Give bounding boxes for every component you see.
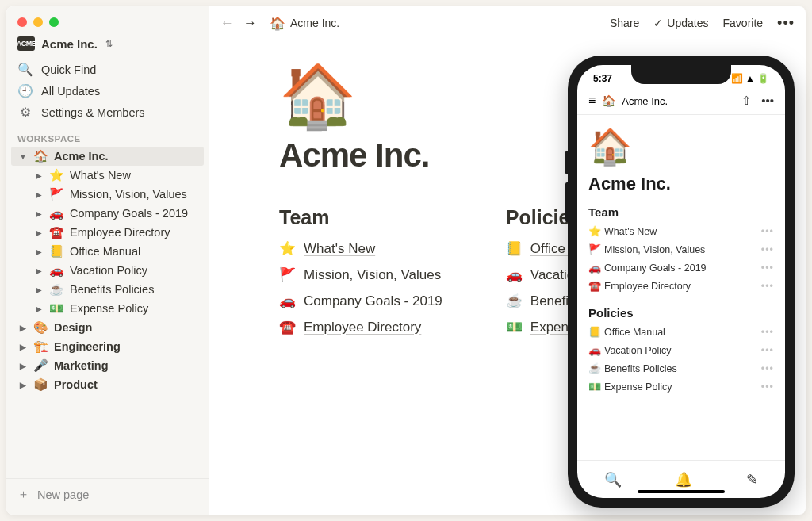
row-more-icon[interactable]: •••: [761, 244, 774, 255]
sidebar-subpage[interactable]: ▶📒Office Manual: [6, 242, 209, 261]
sidebar-page[interactable]: ▶🏗️Engineering: [6, 337, 209, 356]
plus-icon: ＋: [17, 487, 29, 502]
row-more-icon[interactable]: •••: [761, 363, 774, 374]
page-emoji-icon: 🚗: [49, 263, 65, 278]
sidebar-page[interactable]: ▶📦Product: [6, 375, 209, 394]
page-link[interactable]: 🚗Company Goals - 2019: [279, 293, 442, 309]
caret-right-icon[interactable]: ▶: [17, 362, 29, 370]
caret-right-icon[interactable]: ▶: [33, 228, 44, 237]
favorite-button[interactable]: Favorite: [723, 17, 764, 29]
more-menu-button[interactable]: •••: [777, 15, 795, 32]
caret-right-icon[interactable]: ▶: [33, 171, 44, 180]
caret-right-icon[interactable]: ▶: [17, 343, 29, 351]
more-icon[interactable]: •••: [761, 94, 774, 108]
back-button[interactable]: ←: [220, 15, 234, 31]
updates-label: Updates: [667, 17, 708, 29]
menu-icon[interactable]: ≡: [588, 94, 596, 108]
sidebar-subpage[interactable]: ▶🚗Company Goals - 2019: [6, 204, 209, 223]
phone-page-link-label: Expense Policy: [604, 381, 672, 393]
close-window-button[interactable]: [17, 17, 27, 27]
caret-right-icon[interactable]: ▶: [33, 266, 44, 275]
phone-page-link[interactable]: ☕Benefits Policies•••: [588, 359, 774, 377]
page-link[interactable]: 🚩Mission, Vision, Values: [279, 266, 442, 283]
breadcrumb[interactable]: 🏠 Acme Inc.: [270, 16, 339, 31]
row-more-icon[interactable]: •••: [761, 281, 774, 292]
row-more-icon[interactable]: •••: [761, 262, 774, 274]
quick-find-button[interactable]: 🔍 Quick Find: [6, 59, 209, 80]
row-more-icon[interactable]: •••: [761, 381, 774, 393]
caret-right-icon[interactable]: ▶: [33, 305, 44, 313]
page-emoji-icon: 🚩: [49, 187, 65, 201]
tab-search-icon[interactable]: 🔍: [604, 471, 622, 488]
phone-page-link[interactable]: 🚩Mission, Vision, Values•••: [588, 240, 774, 259]
sidebar-subpage-label: Mission, Vision, Values: [70, 188, 187, 201]
phone-page-link[interactable]: ☎️Employee Directory•••: [588, 277, 774, 295]
forward-button[interactable]: →: [243, 15, 257, 31]
phone-page-link[interactable]: 📒Office Manual•••: [588, 323, 774, 341]
workspace-switcher[interactable]: ACME Acme Inc. ⇅: [6, 35, 209, 59]
battery-icon: 🔋: [757, 73, 769, 84]
phone-page-link-label: Vacation Policy: [604, 345, 672, 356]
maximize-window-button[interactable]: [49, 17, 59, 27]
sidebar-subpage[interactable]: ▶☕Benefits Policies: [6, 280, 209, 299]
caret-right-icon[interactable]: ▶: [33, 209, 44, 218]
page-emoji-icon: ☎️: [588, 280, 604, 292]
phone-status-icons: 📶 ▲ 🔋: [731, 73, 769, 84]
updates-button[interactable]: ✓ Updates: [653, 17, 708, 29]
page-link-label: Employee Directory: [304, 320, 421, 335]
page-emoji-icon: ⭐: [588, 225, 604, 237]
phone-screen: 5:37 📶 ▲ 🔋 ≡ 🏠 Acme Inc. ⇧ ••• 🏠 Acme In…: [577, 65, 785, 498]
page-emoji-icon: 🚗: [506, 266, 523, 283]
sidebar-subpage[interactable]: ▶☎️Employee Directory: [6, 223, 209, 242]
page-emoji-icon: 🚗: [588, 262, 604, 274]
phone-page-link-label: Mission, Vision, Values: [604, 244, 705, 255]
wifi-icon: ▲: [745, 73, 755, 84]
row-more-icon[interactable]: •••: [761, 226, 774, 237]
caret-right-icon[interactable]: ▶: [33, 247, 44, 256]
phone-section-heading: Team: [588, 205, 774, 219]
share-button[interactable]: Share: [610, 17, 639, 29]
share-icon[interactable]: ⇧: [741, 94, 752, 108]
sidebar-subpage[interactable]: ▶🚩Mission, Vision, Values: [6, 185, 209, 204]
phone-page-link[interactable]: ⭐What's New•••: [588, 222, 774, 240]
page-link[interactable]: ☎️Employee Directory: [279, 319, 442, 335]
sidebar-page-label: Design: [54, 321, 92, 334]
phone-page-title: Acme Inc.: [588, 174, 774, 194]
page-emoji-icon: 📒: [588, 326, 604, 338]
caret-right-icon[interactable]: ▶: [33, 190, 44, 199]
sidebar-subpage-label: Employee Directory: [70, 226, 170, 239]
clock-icon: 🕘: [17, 83, 33, 98]
sidebar-page[interactable]: ▶🎨Design: [6, 318, 209, 337]
minimize-window-button[interactable]: [33, 17, 43, 27]
sidebar-subpage[interactable]: ▶💵Expense Policy: [6, 299, 209, 318]
sidebar-subpage[interactable]: ▶⭐What's New: [6, 166, 209, 185]
page-emoji-icon: 📦: [33, 377, 49, 392]
caret-right-icon[interactable]: ▶: [33, 285, 44, 294]
gear-icon: ⚙: [17, 105, 33, 120]
page-emoji-icon: 📒: [49, 244, 65, 259]
tab-notifications-icon[interactable]: 🔔: [675, 471, 692, 488]
home-indicator[interactable]: [638, 490, 725, 493]
sidebar-page[interactable]: ▶🎤Marketing: [6, 356, 209, 375]
phone-page-link[interactable]: 💵Expense Policy•••: [588, 377, 774, 396]
page-emoji-icon: 🚗: [588, 344, 604, 356]
all-updates-button[interactable]: 🕘 All Updates: [6, 80, 209, 102]
window-controls: [6, 14, 209, 35]
caret-right-icon[interactable]: ▶: [17, 324, 29, 332]
row-more-icon[interactable]: •••: [761, 345, 774, 356]
caret-down-icon[interactable]: ▼: [17, 152, 29, 161]
column-heading: Team: [279, 206, 442, 229]
phone-page-icon: 🏠: [588, 126, 774, 167]
phone-page-link-label: Company Goals - 2019: [604, 262, 707, 274]
row-more-icon[interactable]: •••: [761, 327, 774, 338]
page-link[interactable]: ⭐What's New: [279, 240, 442, 257]
sidebar-page-root[interactable]: ▼ 🏠 Acme Inc.: [11, 147, 204, 166]
tab-compose-icon[interactable]: ✎: [746, 471, 758, 488]
new-page-label: New page: [37, 488, 89, 501]
phone-page-link[interactable]: 🚗Company Goals - 2019•••: [588, 259, 774, 277]
settings-members-button[interactable]: ⚙ Settings & Members: [6, 102, 209, 123]
new-page-button[interactable]: ＋ New page: [6, 478, 209, 510]
caret-right-icon[interactable]: ▶: [17, 381, 29, 389]
phone-page-link[interactable]: 🚗Vacation Policy•••: [588, 341, 774, 359]
sidebar-subpage[interactable]: ▶🚗Vacation Policy: [6, 261, 209, 280]
